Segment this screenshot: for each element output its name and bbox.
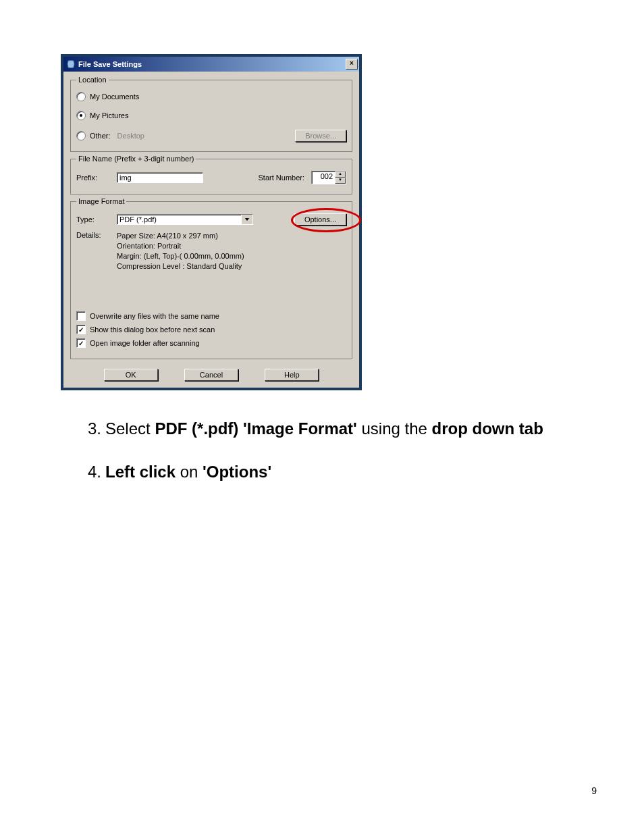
- type-dropdown[interactable]: PDF (*.pdf): [117, 214, 253, 225]
- file-save-settings-dialog: File Save Settings × Location My Documen…: [63, 57, 359, 388]
- type-label: Type:: [76, 215, 117, 224]
- details-line: Orientation: Portrait: [117, 241, 244, 251]
- details-line: Compression Level : Standard Quality: [117, 261, 244, 271]
- step-number: 4.: [88, 461, 105, 484]
- details-label: Details:: [76, 231, 117, 239]
- screenshot-container: File Save Settings × Location My Documen…: [61, 54, 362, 390]
- instruction-step-4: 4. Left click on 'Options': [88, 461, 597, 484]
- filename-legend: File Name (Prefix + 3-digit number): [76, 155, 196, 163]
- radio-my-pictures-label: My Pictures: [90, 111, 128, 120]
- cancel-button[interactable]: Cancel: [184, 369, 238, 381]
- step4-text: on: [176, 463, 203, 481]
- location-fieldset: Location My Documents My Pictures Other:…: [70, 76, 352, 152]
- titlebar-text: File Save Settings: [78, 60, 346, 68]
- ok-button[interactable]: OK: [104, 369, 158, 381]
- checkbox-show-dialog-label: Show this dialog box before next scan: [90, 325, 215, 334]
- image-format-legend: Image Format: [76, 197, 126, 205]
- radio-my-documents[interactable]: [76, 92, 86, 101]
- prefix-input[interactable]: img: [117, 172, 203, 183]
- image-format-fieldset: Image Format Type: PDF (*.pdf) Opt: [70, 197, 352, 359]
- start-number-spinner[interactable]: 002 ▲ ▼: [311, 171, 346, 184]
- step3-text: using the: [357, 419, 432, 438]
- filename-fieldset: File Name (Prefix + 3-digit number) Pref…: [70, 155, 352, 194]
- details-line: Paper Size: A4(210 x 297 mm): [117, 231, 244, 241]
- radio-other-label: Other:: [90, 132, 111, 140]
- step-number: 3.: [88, 417, 105, 440]
- radio-other[interactable]: [76, 131, 86, 140]
- step3-bold: PDF (*.pdf) 'Image Format': [155, 419, 356, 438]
- other-path-text: Desktop: [117, 132, 144, 140]
- checkbox-show-dialog[interactable]: [76, 325, 86, 334]
- step3-text: Select: [105, 419, 155, 438]
- step4-bold: 'Options': [203, 463, 271, 481]
- browse-button[interactable]: Browse...: [295, 130, 346, 142]
- options-button[interactable]: Options...: [294, 213, 346, 226]
- step3-bold: drop down tab: [432, 419, 543, 438]
- details-line: Margin: (Left, Top)-( 0.00mm, 0.00mm): [117, 251, 244, 261]
- close-icon: ×: [350, 59, 354, 67]
- radio-my-documents-label: My Documents: [90, 93, 139, 101]
- location-legend: Location: [76, 76, 109, 84]
- checkbox-overwrite-label: Overwrite any files with the same name: [90, 312, 219, 320]
- checkbox-open-folder[interactable]: [76, 338, 86, 348]
- prefix-label: Prefix:: [76, 174, 117, 182]
- spinner-up-icon[interactable]: ▲: [335, 172, 346, 178]
- details-block: Paper Size: A4(210 x 297 mm) Orientation…: [117, 231, 244, 271]
- checkbox-overwrite[interactable]: [76, 311, 86, 321]
- type-dropdown-value: PDF (*.pdf): [117, 215, 241, 224]
- page-number: 9: [591, 785, 597, 796]
- instructions-block: 3. Select PDF (*.pdf) 'Image Format' usi…: [61, 417, 597, 483]
- spinner-down-icon[interactable]: ▼: [335, 178, 346, 184]
- radio-my-pictures[interactable]: [76, 111, 86, 120]
- start-number-value: 002: [312, 172, 335, 184]
- start-number-label: Start Number:: [259, 174, 304, 182]
- step4-bold: Left click: [105, 463, 176, 481]
- chevron-down-icon: [241, 215, 252, 224]
- app-icon: [66, 59, 76, 69]
- instruction-step-3: 3. Select PDF (*.pdf) 'Image Format' usi…: [88, 417, 597, 440]
- checkbox-open-folder-label: Open image folder after scanning: [90, 339, 200, 347]
- titlebar: File Save Settings ×: [63, 57, 359, 72]
- help-button[interactable]: Help: [265, 369, 319, 381]
- close-button[interactable]: ×: [346, 59, 358, 70]
